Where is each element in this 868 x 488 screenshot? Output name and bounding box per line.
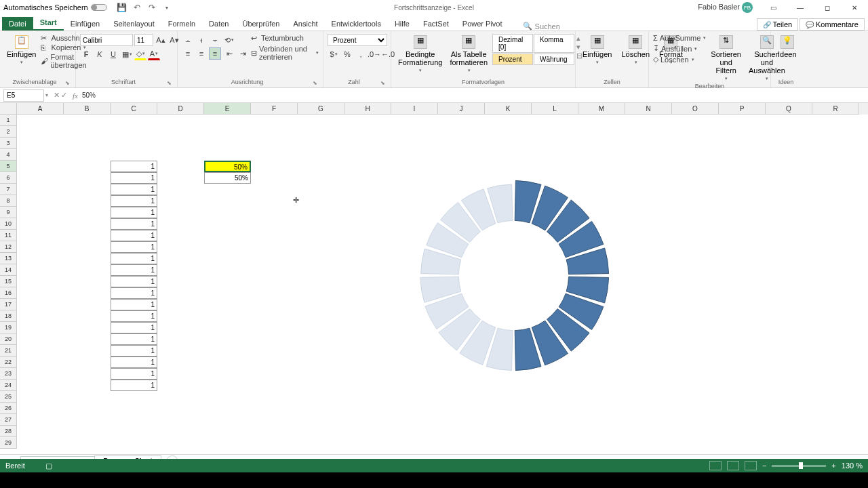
tab-einfuegen[interactable]: Einfügen bbox=[64, 17, 106, 30]
row-header-29[interactable]: 29 bbox=[0, 437, 17, 449]
decrease-indent-icon[interactable]: ⇤ bbox=[223, 47, 235, 60]
cell-c12[interactable]: 1 bbox=[111, 241, 157, 253]
col-header-G[interactable]: G bbox=[298, 103, 344, 115]
cell-c13[interactable]: 1 bbox=[111, 253, 157, 264]
align-left-icon[interactable]: ≡ bbox=[182, 47, 194, 60]
autosum-button[interactable]: Σ AutoSumme▾ bbox=[653, 34, 706, 42]
increase-indent-icon[interactable]: ⇥ bbox=[237, 47, 249, 60]
cell-style-prozent[interactable]: Prozent bbox=[492, 54, 533, 65]
align-bottom-icon[interactable]: ⫟ bbox=[209, 34, 221, 46]
col-header-B[interactable]: B bbox=[64, 103, 111, 115]
cell-c7[interactable]: 1 bbox=[111, 184, 157, 195]
share-button[interactable]: 🔗 Teilen bbox=[757, 18, 799, 30]
autosave-toggle[interactable]: Automatisches Speichern bbox=[3, 3, 107, 12]
save-icon[interactable]: 💾 bbox=[117, 3, 127, 12]
tab-factset[interactable]: FactSet bbox=[416, 17, 456, 30]
paste-button[interactable]: 📋Einfügen▾ bbox=[4, 34, 39, 66]
delete-cells-button[interactable]: ▦Löschen▾ bbox=[618, 34, 652, 66]
align-top-icon[interactable]: ⫠ bbox=[182, 34, 194, 46]
row-header-13[interactable]: 13 bbox=[0, 253, 17, 264]
merge-center-button[interactable]: ⊟Verbinden und zentrieren▾ bbox=[251, 45, 319, 61]
cell-e6[interactable]: 50% bbox=[204, 172, 251, 184]
tab-file[interactable]: Datei bbox=[2, 17, 33, 30]
minimize-icon[interactable]: — bbox=[790, 1, 810, 14]
cell-c18[interactable]: 1 bbox=[111, 310, 157, 322]
col-header-A[interactable]: A bbox=[17, 103, 64, 115]
col-header-L[interactable]: L bbox=[532, 103, 578, 115]
row-header-27[interactable]: 27 bbox=[0, 414, 17, 426]
row-header-5[interactable]: 5 bbox=[0, 161, 17, 172]
orientation-icon[interactable]: ⟲▾ bbox=[223, 34, 235, 46]
zoom-out-icon[interactable]: − bbox=[762, 462, 766, 470]
row-header-16[interactable]: 16 bbox=[0, 287, 17, 299]
col-header-J[interactable]: J bbox=[438, 103, 485, 115]
col-header-K[interactable]: K bbox=[485, 103, 532, 115]
tab-hilfe[interactable]: Hilfe bbox=[388, 17, 416, 30]
tab-formeln[interactable]: Formeln bbox=[161, 17, 202, 30]
tab-seitenlayout[interactable]: Seitenlayout bbox=[106, 17, 161, 30]
conditional-formatting-button[interactable]: ▦Bedingte Formatierung▾ bbox=[395, 34, 445, 75]
zoom-slider[interactable] bbox=[772, 465, 826, 467]
row-header-6[interactable]: 6 bbox=[0, 172, 17, 184]
row-header-4[interactable]: 4 bbox=[0, 149, 17, 161]
name-box[interactable] bbox=[3, 89, 44, 102]
cell-c24[interactable]: 1 bbox=[111, 380, 157, 391]
macro-record-icon[interactable]: ▢ bbox=[45, 462, 52, 470]
formula-input[interactable]: 50% bbox=[82, 92, 96, 99]
cell-c5[interactable]: 1 bbox=[111, 161, 157, 172]
percent-format-icon[interactable]: % bbox=[341, 48, 353, 60]
format-as-table-button[interactable]: ▦Als Tabelle formatieren▾ bbox=[447, 34, 490, 75]
row-header-12[interactable]: 12 bbox=[0, 241, 17, 253]
underline-button[interactable]: U bbox=[107, 48, 119, 60]
cell-c20[interactable]: 1 bbox=[111, 333, 157, 345]
cell-c6[interactable]: 1 bbox=[111, 172, 157, 184]
cell-c8[interactable]: 1 bbox=[111, 195, 157, 207]
page-break-view-icon[interactable] bbox=[745, 461, 757, 470]
row-header-26[interactable]: 26 bbox=[0, 403, 17, 414]
row-header-9[interactable]: 9 bbox=[0, 207, 17, 218]
tab-daten[interactable]: Daten bbox=[202, 17, 235, 30]
insert-cells-button[interactable]: ▦Einfügen▾ bbox=[580, 34, 614, 66]
row-header-25[interactable]: 25 bbox=[0, 391, 17, 403]
row-header-28[interactable]: 28 bbox=[0, 426, 17, 437]
user-name[interactable]: Fabio BaslerFB bbox=[698, 2, 753, 13]
cell-style-waehrung[interactable]: Währung bbox=[534, 54, 574, 65]
sort-filter-button[interactable]: ⇅Sortieren und Filtern▾ bbox=[708, 34, 744, 83]
cell-c21[interactable]: 1 bbox=[111, 345, 157, 357]
border-button[interactable]: ▦▾ bbox=[121, 48, 133, 60]
tab-entwicklertools[interactable]: Entwicklertools bbox=[325, 17, 388, 30]
cell-c22[interactable]: 1 bbox=[111, 357, 157, 368]
selected-cell-e5[interactable]: 50% bbox=[204, 161, 251, 172]
cell-c23[interactable]: 1 bbox=[111, 368, 157, 380]
fill-color-button[interactable]: ◇▾ bbox=[134, 48, 146, 60]
col-header-D[interactable]: D bbox=[157, 103, 204, 115]
worksheet-grid[interactable]: ABCDEFGHIJKLMNOPQR 123456789101112131415… bbox=[0, 103, 868, 454]
bold-button[interactable]: F bbox=[80, 48, 92, 60]
tab-ansicht[interactable]: Ansicht bbox=[286, 17, 324, 30]
col-header-I[interactable]: I bbox=[391, 103, 438, 115]
ideas-button[interactable]: 💡Ideen bbox=[775, 34, 800, 60]
close-icon[interactable]: ✕ bbox=[844, 1, 865, 14]
row-header-11[interactable]: 11 bbox=[0, 230, 17, 241]
maximize-icon[interactable]: ◻ bbox=[817, 1, 837, 14]
align-middle-icon[interactable]: ⫞ bbox=[195, 34, 208, 46]
row-header-20[interactable]: 20 bbox=[0, 333, 17, 345]
zoom-level[interactable]: 130 % bbox=[842, 462, 863, 470]
undo-icon[interactable]: ↶ bbox=[132, 3, 142, 12]
col-header-R[interactable]: R bbox=[812, 103, 859, 115]
cell-style-komma[interactable]: Komma bbox=[534, 34, 574, 53]
increase-decimal-icon[interactable]: .0→ bbox=[368, 48, 380, 60]
cell-c19[interactable]: 1 bbox=[111, 322, 157, 333]
increase-font-icon[interactable]: A▴ bbox=[155, 34, 167, 46]
tab-ueberpruefen[interactable]: Überprüfen bbox=[235, 17, 286, 30]
font-color-button[interactable]: A▾ bbox=[148, 48, 160, 60]
cell-c15[interactable]: 1 bbox=[111, 276, 157, 287]
cell-style-dezimal[interactable]: Dezimal [0] bbox=[492, 34, 533, 53]
tab-powerpivot[interactable]: Power Pivot bbox=[456, 17, 509, 30]
col-header-E[interactable]: E bbox=[204, 103, 251, 115]
fill-button[interactable]: ↧ Ausfüllen▾ bbox=[653, 44, 706, 53]
col-header-O[interactable]: O bbox=[672, 103, 719, 115]
col-header-C[interactable]: C bbox=[111, 103, 157, 115]
wrap-text-button[interactable]: ↩Textumbruch bbox=[251, 34, 319, 42]
col-header-N[interactable]: N bbox=[625, 103, 672, 115]
